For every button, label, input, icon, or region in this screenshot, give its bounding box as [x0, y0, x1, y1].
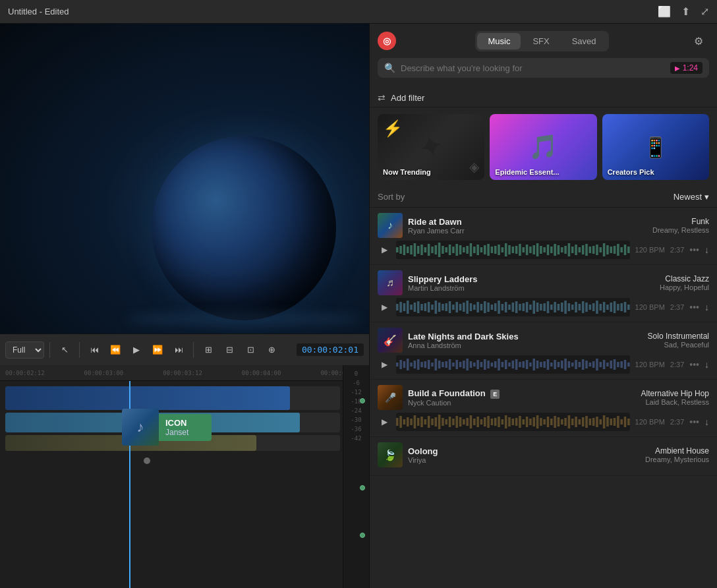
svg-rect-77 — [431, 305, 434, 310]
duration-badge[interactable]: ▶ 1:24 — [670, 62, 703, 74]
video-clip[interactable] — [5, 386, 290, 410]
svg-rect-63 — [617, 244, 619, 256]
tab-sfx[interactable]: SFX — [522, 33, 559, 49]
volume-indicator-3[interactable] — [360, 533, 365, 538]
step-forward-button[interactable]: ⏩ — [148, 341, 167, 359]
bpm-1: 120 BPM — [635, 246, 665, 254]
svg-rect-137 — [407, 359, 409, 370]
svg-rect-204 — [407, 417, 409, 426]
svg-rect-142 — [424, 361, 427, 368]
svg-rect-8 — [424, 247, 427, 252]
ripple-button[interactable]: ⊞ — [199, 341, 217, 359]
more-button-1[interactable]: ••• — [689, 245, 699, 255]
svg-rect-229 — [494, 418, 497, 426]
category-card-trending[interactable]: ✦ ⚡ ◈ Now Trending — [378, 114, 484, 180]
svg-rect-234 — [512, 419, 515, 425]
svg-rect-19 — [463, 247, 465, 252]
svg-rect-82 — [449, 301, 451, 313]
svg-rect-239 — [529, 419, 532, 425]
svg-rect-76 — [428, 302, 430, 312]
ripple2-button[interactable]: ⊟ — [220, 341, 239, 359]
svg-rect-196 — [614, 359, 616, 370]
svg-rect-146 — [438, 361, 441, 368]
svg-rect-98 — [505, 302, 507, 312]
tab-saved[interactable]: Saved — [561, 33, 607, 49]
export-icon[interactable]: ⬆ — [681, 5, 690, 18]
search-input[interactable] — [401, 63, 665, 73]
settings-button[interactable]: ⚙ — [688, 30, 709, 51]
more-button-2[interactable]: ••• — [689, 302, 699, 312]
svg-rect-72 — [414, 303, 416, 312]
volume-indicator-1[interactable] — [360, 398, 365, 403]
genre-name-5: Ambient House — [645, 446, 709, 456]
svg-rect-124 — [596, 301, 598, 314]
play-button[interactable]: ▶ — [127, 341, 146, 359]
bpm-2: 120 BPM — [635, 303, 665, 311]
svg-rect-171 — [526, 360, 529, 369]
svg-rect-59 — [603, 243, 606, 256]
more-button-4[interactable]: ••• — [689, 417, 699, 427]
track-info-2: Slippery Ladders Martin Landström — [408, 274, 654, 292]
track-art-1: ♪ — [378, 213, 403, 238]
svg-rect-104 — [526, 302, 529, 312]
track-title-5: Oolong — [408, 446, 640, 456]
svg-rect-43 — [547, 245, 550, 255]
waveform-4 — [396, 413, 630, 431]
step-back-button[interactable]: ⏪ — [106, 341, 125, 359]
back-to-start-button[interactable]: ⏮ — [85, 341, 103, 359]
timecode-display: 00:00:02:01 — [297, 343, 364, 356]
add-track-button[interactable]: ⊕ — [262, 341, 281, 359]
select-tool-button[interactable]: ↖ — [55, 341, 74, 359]
track-wave-row-4: ▶ — [378, 413, 709, 431]
download-button-2[interactable]: ↓ — [704, 302, 709, 312]
filter-icon: ⇄ — [378, 92, 386, 103]
sort-value: Newest — [674, 192, 702, 202]
track-play-button-3[interactable]: ▶ — [378, 358, 391, 371]
restore-icon[interactable]: ⬜ — [658, 5, 671, 18]
svg-rect-51 — [575, 245, 577, 255]
svg-rect-69 — [403, 303, 406, 311]
forward-to-end-button[interactable]: ⏭ — [169, 341, 188, 359]
add-filter-button[interactable]: Add filter — [391, 93, 709, 103]
track-list: ♪ Ride at Dawn Ryan James Carr Funk Drea… — [370, 208, 717, 588]
svg-rect-185 — [575, 360, 577, 369]
download-button-4[interactable]: ↓ — [704, 417, 709, 427]
svg-rect-54 — [585, 244, 588, 256]
more-button-3[interactable]: ••• — [689, 359, 699, 370]
category-card-creators[interactable]: 📱 Creators Pick — [602, 114, 709, 180]
download-button-3[interactable]: ↓ — [704, 359, 709, 370]
svg-rect-132 — [624, 302, 627, 312]
sort-select[interactable]: Newest ▾ — [674, 192, 709, 202]
svg-rect-115 — [564, 301, 567, 314]
fullscreen-icon[interactable]: ⤢ — [701, 5, 709, 18]
svg-rect-179 — [554, 360, 556, 369]
track-play-button-4[interactable]: ▶ — [378, 415, 391, 428]
svg-rect-24 — [480, 247, 483, 252]
category-card-epidemic[interactable]: 🎵 Epidemic Essent... — [490, 114, 596, 180]
svg-rect-9 — [428, 244, 430, 256]
svg-rect-121 — [585, 303, 588, 312]
svg-rect-112 — [554, 302, 556, 312]
track-play-button-1[interactable]: ▶ — [378, 243, 391, 256]
svg-rect-255 — [585, 416, 588, 428]
svg-rect-233 — [508, 417, 511, 426]
svg-rect-244 — [547, 417, 550, 427]
snapshot-button[interactable]: ⊡ — [241, 341, 260, 359]
zoom-select[interactable]: Full 50% 25% — [5, 341, 44, 359]
volume-indicator-2[interactable] — [360, 485, 365, 490]
svg-rect-141 — [420, 362, 423, 367]
svg-rect-162 — [494, 361, 497, 368]
tab-music[interactable]: Music — [477, 33, 521, 49]
svg-rect-262 — [610, 419, 612, 425]
svg-rect-49 — [568, 243, 571, 256]
download-button-1[interactable]: ↓ — [704, 245, 709, 255]
svg-rect-214 — [442, 418, 444, 426]
svg-rect-163 — [498, 359, 500, 370]
svg-rect-65 — [624, 245, 627, 255]
svg-rect-127 — [606, 305, 609, 310]
track-play-button-2[interactable]: ▶ — [378, 301, 391, 314]
svg-rect-242 — [540, 418, 542, 426]
main-area: Full 50% 25% ↖ ⏮ ⏪ ▶ ⏩ ⏭ ⊞ ⊟ ⊡ ⊕ 00:0 — [0, 24, 717, 588]
track-art-3: 🎸 — [378, 328, 403, 353]
duration-4: 2:37 — [670, 418, 684, 426]
